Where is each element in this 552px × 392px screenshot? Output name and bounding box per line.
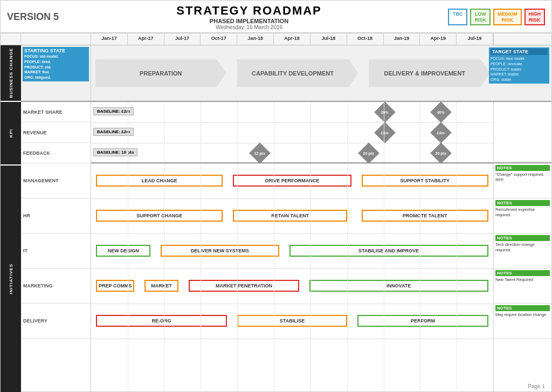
initiative-bar: PROMOTE TALENT — [362, 210, 488, 222]
tl-month: Apr-19 — [420, 33, 457, 45]
version-label: VERSION 5 — [7, 11, 72, 23]
title-block: STRATEGY ROADMAP PHASED IMPLEMENTATION W… — [176, 4, 322, 30]
main-title: STRATEGY ROADMAP — [176, 4, 322, 18]
notes-title: NOTES — [495, 200, 550, 206]
notes-title: NOTES — [495, 165, 550, 171]
kpi-diamond: £3m — [374, 122, 396, 143]
tl-month: Jan-18 — [237, 33, 274, 45]
badge-medium: MEDIUMRISK — [493, 9, 522, 26]
tl-month: Jul-19 — [457, 33, 493, 45]
section-label-kpi: KPI — [1, 102, 21, 166]
kpi-notes-col — [493, 102, 551, 163]
kpi-content-area: BASELINE: £2m20%40%BASELINE: £2m£3m£4mBA… — [91, 102, 493, 163]
tl-month: Jan-19 — [384, 33, 420, 45]
kpi-diamond: 40% — [430, 101, 452, 123]
init-row-label: MANAGEMENT — [21, 163, 91, 198]
main-content: BUSINESS CHANGE KPI INITIATIVES Jan-17Ap… — [1, 33, 551, 392]
kpi-labels-col: MARKET SHAREREVENUEFEEDBACK — [21, 102, 91, 163]
initiative-bar: MARKET — [144, 280, 178, 292]
starting-state-title: STARTING STATE FOCUS: old model.PEOPLE: … — [23, 47, 89, 81]
notes-text: New Talent Required — [495, 277, 550, 283]
tl-month: Oct-17 — [201, 33, 237, 45]
target-state: TARGET STATE FOCUS: new model.PEOPLE: in… — [489, 47, 549, 84]
init-row-label: MARKETING — [21, 269, 91, 304]
starting-state-details: FOCUS: old model.PEOPLE: tired.PRODUCT: … — [24, 54, 87, 80]
phase-arrow: CAPABILITY DEVELOPMENT — [227, 59, 358, 87]
kpi-row-label: REVENUE — [21, 122, 91, 143]
section-label-initiatives: INITIATIVES — [1, 166, 21, 392]
kpi-row-label: MARKET SHARE — [21, 102, 91, 122]
init-labels-col: MANAGEMENTHRITMARKETINGDELIVERY — [21, 163, 91, 392]
initiative-bar: INNOVATE — [309, 280, 488, 292]
init-content-area: LEAD CHANGEDRIVE PERFORMANCESUPPORT STAB… — [91, 163, 493, 392]
business-change-section: STARTING STATE FOCUS: old model.PEOPLE: … — [21, 45, 551, 102]
tl-month: Jan-17 — [91, 33, 128, 45]
initiative-bar: NEW DESIGN — [96, 245, 150, 257]
badge-low: LOWRISK — [470, 9, 491, 26]
kpi-diamond: 20 pts — [358, 142, 380, 164]
section-labels: BUSINESS CHANGE KPI INITIATIVES — [1, 33, 21, 392]
page: VERSION 5 STRATEGY ROADMAP PHASED IMPLEM… — [0, 0, 552, 392]
notes-box: NOTESTech direction change required. — [494, 233, 551, 269]
tl-month: Apr-17 — [128, 33, 164, 45]
tl-months: Jan-17Apr-17Jul-17Oct-17Jan-18Apr-18Jul-… — [91, 33, 493, 45]
tl-month: Apr-18 — [274, 33, 310, 45]
kpi-baseline: BASELINE: 10 pts — [93, 148, 137, 156]
timeline-header: Jan-17Apr-17Jul-17Oct-17Jan-18Apr-18Jul-… — [21, 33, 551, 45]
initiative-bar: PREP COMMS — [96, 280, 134, 292]
notes-text: "Change" support required. RFP. — [495, 172, 550, 183]
kpi-diamond: 30 pts — [430, 142, 452, 164]
footer-page: Page 1 — [528, 383, 545, 389]
notes-text: May require location change. — [495, 312, 550, 318]
tl-month: Oct-18 — [347, 33, 384, 45]
initiative-bar: RETAIN TALENT — [233, 210, 347, 222]
init-notes-col: NOTES"Change" support required. RFP.NOTE… — [493, 163, 551, 392]
initiative-bar: MARKET PENETRATION — [189, 280, 299, 292]
initiative-bar: PERFORM — [357, 315, 488, 327]
risk-badges: TBC LOWRISK MEDIUMRISK HIGHRISK — [426, 9, 545, 26]
date: Wednesday, 16 March 2016 — [176, 24, 322, 30]
notes-box: NOTESMay require location change. — [494, 304, 551, 339]
kpi-diamond: 20% — [374, 101, 396, 123]
biz-phases: PREPARATIONCAPABILITY DEVELOPMENTDELIVER… — [91, 45, 551, 101]
target-state-details: FOCUS: new model.PEOPLE: innovate.PRODUC… — [491, 56, 548, 82]
notes-title: NOTES — [495, 235, 550, 241]
phase-arrow: PREPARATION — [95, 59, 226, 87]
notes-box: NOTESRecruitment expertise required. — [494, 198, 551, 233]
kpi-diamond: £4m — [430, 122, 452, 143]
tl-month: Jul-17 — [164, 33, 201, 45]
notes-box: NOTES"Change" support required. RFP. — [494, 163, 551, 198]
phase-arrow: DELIVERY & IMPROVEMENT — [359, 59, 490, 87]
kpi-row-label: FEEDBACK — [21, 143, 91, 163]
notes-text: Recruitment expertise required. — [495, 207, 550, 218]
subtitle: PHASED IMPLEMENTATION — [176, 18, 322, 24]
kpi-section: MARKET SHAREREVENUEFEEDBACKBASELINE: £2m… — [21, 102, 551, 163]
section-label-business-change: BUSINESS CHANGE — [1, 45, 21, 102]
tl-month: Jul-18 — [310, 33, 347, 45]
initiative-bar: STABILISE — [237, 315, 348, 327]
biz-labels: STARTING STATE FOCUS: old model.PEOPLE: … — [21, 45, 91, 101]
initiative-bar: DELIVER NEW SYSTEMS — [161, 245, 279, 257]
notes-header-spacer — [493, 33, 551, 45]
phases-container: PREPARATIONCAPABILITY DEVELOPMENTDELIVER… — [95, 59, 491, 87]
badge-tbc: TBC — [448, 9, 468, 26]
data-area: Jan-17Apr-17Jul-17Oct-17Jan-18Apr-18Jul-… — [21, 33, 551, 392]
init-row-label: DELIVERY — [21, 304, 91, 339]
init-row-label: HR — [21, 198, 91, 233]
initiative-bar: RE-ORG — [96, 315, 226, 327]
initiative-bar: STABILISE AND IMPROVE — [289, 245, 488, 257]
notes-title: NOTES — [495, 270, 550, 276]
initiative-bar: SUPPORT CHANGE — [96, 210, 223, 222]
notes-box: NOTESNew Talent Required — [494, 269, 551, 304]
initiative-bar: LEAD CHANGE — [96, 175, 223, 187]
notes-title: NOTES — [495, 305, 550, 311]
initiative-bar: DRIVE PERFORMANCE — [233, 175, 351, 187]
notes-text: Tech direction change required. — [495, 242, 550, 253]
init-row-label: IT — [21, 233, 91, 269]
initiatives-section: MANAGEMENTHRITMARKETINGDELIVERYLEAD CHAN… — [21, 163, 551, 392]
badge-high: HIGHRISK — [525, 9, 546, 26]
kpi-diamond: 12 pts — [250, 142, 271, 164]
header: VERSION 5 STRATEGY ROADMAP PHASED IMPLEM… — [1, 1, 551, 33]
initiative-bar: SUPPORT STABILITY — [362, 175, 488, 187]
tl-spacer — [21, 33, 91, 45]
